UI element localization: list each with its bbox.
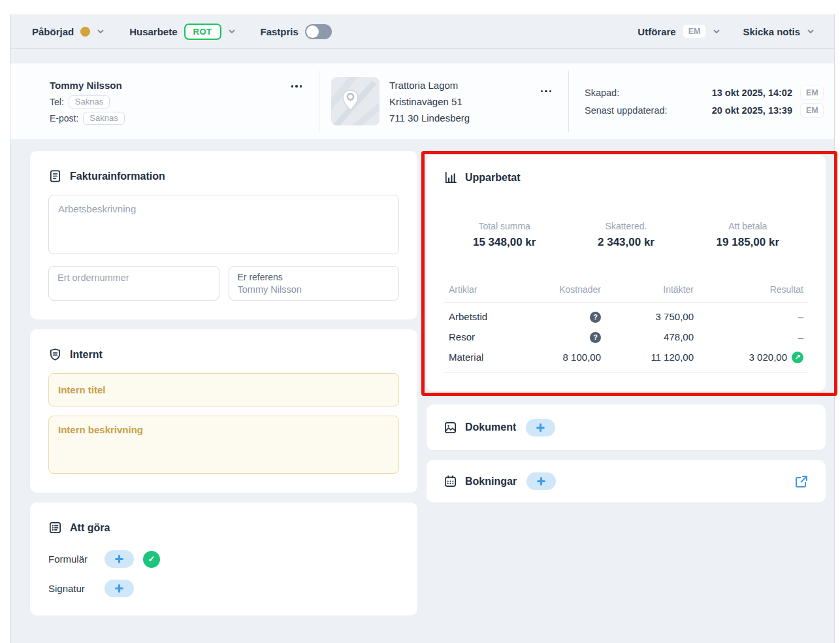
customer-menu-button[interactable] [286,80,319,93]
invoice-card-title: Fakturainformation [70,171,165,182]
internal-description-textarea[interactable] [48,416,399,474]
internal-title-input[interactable] [48,373,399,406]
todo-item-label: Formulär [48,553,95,565]
result-cell: – [694,331,803,342]
work-description-textarea[interactable] [48,195,399,254]
income-cell: 11 120,00 [601,352,694,363]
fixed-price-label: Fastpris [261,26,299,37]
chevron-down-icon [713,27,720,35]
plus-icon [536,423,545,432]
result-value: 3 020,00 [749,352,787,363]
work-order-page: Påbörjad Husarbete ROT Fastpris Utförare… [0,0,840,643]
internal-card: Internt [30,329,417,493]
add-booking-button[interactable] [526,472,556,490]
col-header-result: Resultat [694,284,803,295]
header-band: Tommy Nilsson Tel: Saknas E-post: Saknas [10,63,834,139]
article-name: Material [449,352,519,363]
shield-icon [48,348,62,361]
income-cell: 3 750,00 [601,311,694,322]
updated-value: 20 okt 2025, 13:39 [689,105,800,116]
customer-email-row: E-post: Saknas [50,112,286,125]
summary-to-pay: Att betala 19 185,00 kr [687,221,809,249]
external-link-icon[interactable] [794,474,809,489]
add-form-button[interactable] [105,550,134,568]
toolbar: Påbörjad Husarbete ROT Fastpris Utförare… [10,14,834,49]
reference-input[interactable] [238,284,391,295]
created-value: 13 okt 2025, 14:02 [689,88,800,98]
add-document-button[interactable] [526,419,555,437]
table-row: Resor ? 478,00 – [444,327,809,347]
invoice-icon [48,169,62,183]
created-label: Skapad: [585,88,689,98]
cost-cell: ? [519,331,601,343]
location-section: Trattoria Lagom Kristinavägen 51 711 30 … [319,77,568,126]
form-completed-icon[interactable]: ✓ [143,551,160,568]
earned-card-title: Upparbetat [465,172,520,184]
send-notice-label: Skicka notis [743,26,800,37]
article-name: Arbetstid [449,311,519,322]
table-header-row: Artiklar Kostnader Intäkter Resultat [444,284,809,303]
earned-card: Upparbetat Total summa 15 348,00 kr Skat… [427,155,826,391]
help-icon[interactable]: ? [590,312,601,323]
updated-label: Senast uppdaterad: [585,105,689,116]
bookings-card: Bokningar [427,460,826,503]
status-dropdown[interactable]: Påbörjad [32,26,105,37]
customer-info: Tommy Nilsson Tel: Saknas E-post: Saknas [50,80,286,128]
todo-item-signatur: Signatur [48,580,399,597]
todo-card-title: Att göra [70,522,110,534]
summary-tax-reduction: Skattered. 2 343,00 kr [565,221,687,249]
fixed-price-control: Fastpris [261,24,332,39]
updated-by-badge: EM [800,103,824,118]
order-number-field[interactable] [48,266,219,301]
cost-cell: 8 100,00 [519,352,601,363]
location-menu-button[interactable] [536,85,569,98]
tel-missing-badge: Saknas [69,95,110,108]
trend-up-icon: ↗ [792,352,803,363]
location-street: Kristinavägen 51 [389,93,470,110]
article-name: Resor [449,331,519,342]
add-signature-button[interactable] [105,580,134,597]
performer-label: Utförare [638,26,675,37]
status-label: Påbörjad [32,26,74,37]
right-column: Upparbetat Total summa 15 348,00 kr Skat… [427,151,826,503]
order-number-input[interactable] [57,272,210,283]
email-missing-badge: Saknas [83,112,124,125]
plus-icon [115,555,123,563]
location-city: 711 30 Lindesberg [389,110,470,126]
performer-dropdown[interactable]: Utförare EM [638,24,720,39]
summary-value: 15 348,00 kr [444,236,565,249]
housework-dropdown[interactable]: Husarbete ROT [129,24,235,40]
articles-table: Artiklar Kostnader Intäkter Resultat Arb… [444,284,809,373]
checklist-icon [48,521,62,535]
fixed-price-toggle[interactable] [305,24,332,39]
help-icon[interactable]: ? [590,332,601,343]
created-row: Skapad: 13 okt 2025, 14:02 EM [585,86,824,100]
result-cell: 3 020,00 ↗ [694,352,803,363]
left-column: Fakturainformation Er referens [30,151,417,616]
summary-total: Total summa 15 348,00 kr [444,221,565,249]
band-gap [10,49,834,63]
todo-item-formular: Formulär ✓ [48,550,399,568]
invoice-info-card: Fakturainformation Er referens [30,151,417,320]
reference-field[interactable]: Er referens [229,266,400,301]
col-header-costs: Kostnader [519,284,601,295]
location-name: Trattoria Lagom [389,77,470,93]
summary-label: Total summa [444,221,565,231]
col-header-articles: Artiklar [449,284,519,295]
housework-label: Husarbete [129,26,177,37]
chevron-down-icon [228,27,236,35]
send-notice-dropdown[interactable]: Skicka notis [743,26,815,37]
result-cell: – [694,311,803,322]
income-cell: 478,00 [601,331,694,342]
plus-icon [115,584,123,593]
documents-card: Dokument [427,404,826,450]
cost-cell: ? [519,310,601,323]
todo-item-label: Signatur [48,583,95,594]
summary-value: 19 185,00 kr [687,236,809,249]
performer-badge: EM [683,24,707,39]
customer-name: Tommy Nilsson [50,80,286,91]
todo-card: Att göra Formulär ✓ Signatur [30,503,417,616]
map-thumbnail[interactable] [331,77,380,125]
bar-chart-icon [444,171,457,184]
summary-label: Skattered. [565,221,687,231]
